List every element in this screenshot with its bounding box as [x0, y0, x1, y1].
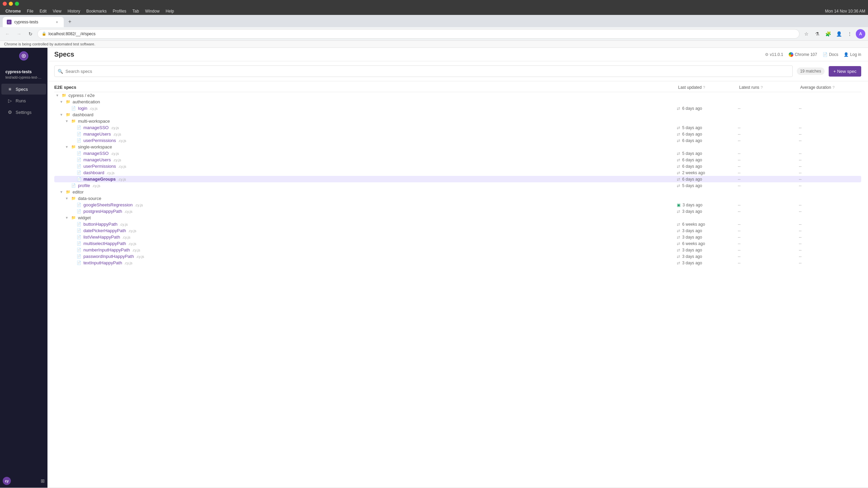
folder-label: single-workspace: [78, 144, 112, 149]
menu-bar: Chrome File Edit View History Bookmarks …: [0, 7, 868, 15]
matches-badge: 19 matches: [797, 67, 825, 75]
folder-label: cypress / e2e: [68, 93, 95, 98]
version-badge: ⚙ v11.0.1: [765, 52, 783, 57]
sync-icon: ⇄: [677, 164, 680, 169]
avg-duration-help-icon[interactable]: ?: [832, 85, 834, 89]
menu-edit[interactable]: Edit: [37, 8, 50, 14]
file-text-input-happy-path[interactable]: ▼ 📄 textInputHappyPath.cy.js ⇄ 3 days ag…: [54, 260, 861, 266]
row-runs: --: [738, 164, 799, 169]
row-updated: ⇄ 3 days ago: [677, 254, 738, 259]
folder-editor[interactable]: ▼ 📁 editor: [54, 189, 861, 195]
folder-widget[interactable]: ▼ 📁 widget: [54, 215, 861, 221]
sidebar-item-settings[interactable]: ⚙ Settings: [1, 107, 46, 118]
file-user-permissions-multi[interactable]: ▼ 📄 userPermissions.cy.js ⇄ 6 days ago -…: [54, 137, 861, 144]
folder-multi-workspace[interactable]: ▼ 📁 multi-workspace: [54, 118, 861, 124]
tab-close-button[interactable]: ×: [54, 19, 60, 25]
back-button[interactable]: ←: [3, 29, 12, 39]
traffic-lights[interactable]: [3, 2, 19, 6]
sidebar-item-runs[interactable]: ▷ Runs: [1, 95, 46, 106]
file-ext: .cy.js: [124, 209, 132, 214]
close-button[interactable]: [3, 2, 7, 6]
file-number-input-happy-path[interactable]: ▼ 📄 numberInputHappyPath.cy.js ⇄ 3 days …: [54, 247, 861, 253]
new-spec-button[interactable]: + New spec: [829, 66, 861, 77]
file-icon: 📄: [77, 177, 81, 181]
file-manage-groups[interactable]: ▼ 📄 manageGroups.cy.js ⇄ 6 days ago -- -…: [54, 176, 861, 182]
more-button[interactable]: ⋮: [845, 29, 854, 39]
forward-button[interactable]: →: [14, 29, 24, 39]
last-updated-help-icon[interactable]: ?: [703, 85, 705, 89]
file-google-sheets-regression[interactable]: ▼ 📄 googleSheetsRegression.cy.js ▣ 3 day…: [54, 202, 861, 208]
file-button-happy-path[interactable]: ▼ 📄 buttonHappyPath.cy.js ⇄ 6 weeks ago …: [54, 221, 861, 227]
folder-cypress-e2e[interactable]: ▼ 📁 cypress / e2e: [54, 92, 861, 99]
file-manage-users-single[interactable]: ▼ 📄 manageUsers.cy.js ⇄ 6 days ago -- --: [54, 157, 861, 163]
updated-text: 5 days ago: [682, 183, 702, 188]
menu-bookmarks[interactable]: Bookmarks: [84, 8, 110, 14]
menu-profiles[interactable]: Profiles: [110, 8, 129, 14]
profile-avatar[interactable]: A: [856, 29, 865, 39]
file-listview-happy-path[interactable]: ▼ 📄 listViewHappyPath.cy.js ⇄ 3 days ago…: [54, 234, 861, 240]
row-duration: --: [799, 183, 860, 188]
folder-icon: 📁: [62, 93, 66, 98]
account-button[interactable]: 👤: [834, 29, 844, 39]
folder-single-workspace[interactable]: ▼ 📁 single-workspace: [54, 144, 861, 150]
folder-dashboard[interactable]: ▼ 📁 dashboard: [54, 111, 861, 118]
docs-label: Docs: [829, 52, 838, 57]
file-postgres-happy-path[interactable]: ▼ 📄 postgresHappyPath.cy.js ⇄ 3 days ago…: [54, 208, 861, 215]
file-ext: .cy.js: [135, 203, 143, 207]
file-label: googleSheetsRegression: [83, 202, 133, 207]
new-tab-button[interactable]: +: [65, 17, 75, 26]
file-password-input-happy-path[interactable]: ▼ 📄 passwordInputHappyPath.cy.js ⇄ 3 day…: [54, 253, 861, 260]
login-button[interactable]: 👤 Log in: [844, 52, 861, 57]
folder-label: multi-workspace: [78, 119, 110, 124]
updated-text: 2 weeks ago: [682, 170, 705, 175]
menu-view[interactable]: View: [50, 8, 64, 14]
chevron-icon: ▼: [65, 197, 69, 200]
sidebar-item-specs[interactable]: ≡ Specs: [1, 84, 46, 95]
file-profile[interactable]: ▼ 📄 profile.cy.js ⇄ 5 days ago -- --: [54, 182, 861, 189]
row-runs: --: [738, 183, 799, 188]
file-multiselect-happy-path[interactable]: ▼ 📄 multiselectHappyPath.cy.js ⇄ 6 weeks…: [54, 240, 861, 247]
file-datepicker-happy-path[interactable]: ▼ 📄 datePickerHappyPath.cy.js ⇄ 3 days a…: [54, 227, 861, 234]
chrome-tab[interactable]: C cypress-tests ×: [3, 17, 64, 27]
file-user-permissions-single[interactable]: ▼ 📄 userPermissions.cy.js ⇄ 6 days ago -…: [54, 163, 861, 169]
row-runs: --: [738, 177, 799, 182]
row-updated: ▣ 3 days ago: [677, 203, 738, 207]
sync-icon: ⇄: [677, 183, 680, 188]
title-bar: [0, 0, 868, 7]
file-login[interactable]: ▼ 📄 login.cy.js ⇄ 6 days ago -- --: [54, 105, 861, 111]
file-manage-sso-multi[interactable]: ▼ 📄 manageSSO.cy.js ⇄ 5 days ago -- --: [54, 124, 861, 131]
menu-file[interactable]: File: [24, 8, 36, 14]
docs-link[interactable]: 📄 Docs: [823, 52, 838, 57]
menu-help[interactable]: Help: [163, 8, 177, 14]
file-dashboard[interactable]: ▼ 📄 dashboard.cy.js ⇄ 2 weeks ago -- --: [54, 169, 861, 176]
bookmark-button[interactable]: ☆: [802, 29, 811, 39]
menu-history[interactable]: History: [65, 8, 83, 14]
latest-runs-help-icon[interactable]: ?: [761, 85, 763, 89]
reload-button[interactable]: ↻: [26, 29, 35, 39]
row-updated: ⇄ 6 weeks ago: [677, 222, 738, 227]
menu-tab[interactable]: Tab: [130, 8, 142, 14]
chevron-icon: ▼: [56, 94, 60, 97]
file-icon: 📄: [77, 222, 81, 226]
file-ext: .cy.js: [113, 132, 121, 136]
minimize-button[interactable]: [9, 2, 13, 6]
file-icon: 📄: [71, 183, 76, 188]
file-ext: .cy.js: [111, 151, 119, 156]
updated-text: 6 days ago: [682, 158, 702, 162]
search-labs-button[interactable]: ⚗: [812, 29, 822, 39]
cypress-logo: cy: [3, 477, 11, 485]
menu-chrome[interactable]: Chrome: [3, 8, 23, 14]
search-input[interactable]: [54, 65, 793, 77]
file-manage-sso-single[interactable]: ▼ 📄 manageSSO.cy.js ⇄ 5 days ago -- --: [54, 150, 861, 157]
file-manage-users-multi[interactable]: ▼ 📄 manageUsers.cy.js ⇄ 6 days ago -- --: [54, 131, 861, 137]
folder-data-source[interactable]: ▼ 📁 data-source: [54, 195, 861, 202]
maximize-button[interactable]: [15, 2, 19, 6]
extension-button[interactable]: 🧩: [823, 29, 833, 39]
menu-window[interactable]: Window: [142, 8, 162, 14]
sync-icon: ⇄: [677, 158, 680, 162]
docs-icon: 📄: [823, 52, 828, 57]
green-box-icon: ▣: [677, 203, 680, 207]
url-bar[interactable]: 🔒 localhost:8082/__/#/specs: [37, 29, 800, 39]
expand-sidebar-button[interactable]: ⊞: [41, 478, 45, 484]
folder-authentication[interactable]: ▼ 📁 authentication: [54, 99, 861, 105]
